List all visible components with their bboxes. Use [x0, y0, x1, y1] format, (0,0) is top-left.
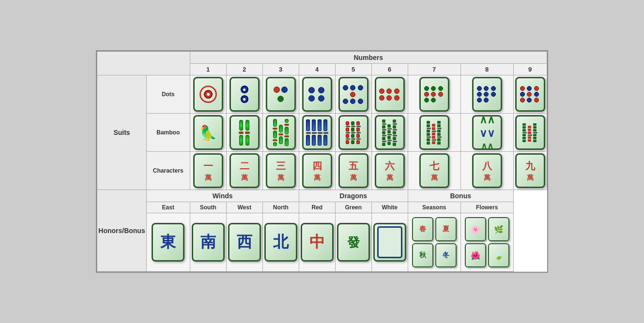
- tile-dragon-white: [371, 213, 408, 272]
- tile-dots-4: [299, 75, 335, 114]
- tile-dots-5: [335, 75, 371, 114]
- bonus-flowers-label: Flowers: [460, 202, 513, 213]
- tile-bamboo-3: [262, 114, 299, 152]
- dragon-green-label: Green: [335, 202, 371, 213]
- tile-bamboo-9: [513, 114, 547, 152]
- suits-label: Suits: [97, 75, 146, 190]
- tile-bamboo-5: [335, 114, 371, 152]
- wind-east-label: East: [146, 202, 190, 213]
- tile-dots-3: [262, 75, 299, 114]
- tile-flowers: 🌸 🌿 🌺 🍃: [460, 213, 513, 272]
- winds-header: Winds: [146, 190, 299, 202]
- num-col-2: 2: [226, 64, 262, 75]
- tile-bamboo-8: ∧∧ ∨∨ ∧∧: [460, 114, 513, 152]
- tile-char-3: 三 萬: [262, 152, 299, 190]
- tile-wind-west: 西: [226, 213, 262, 272]
- tile-bamboo-4: [299, 114, 335, 152]
- num-col-6: 6: [371, 64, 408, 75]
- wind-south-label: South: [190, 202, 226, 213]
- num-col-8: 8: [460, 64, 513, 75]
- tile-dragon-green: 發: [335, 213, 371, 272]
- tile-char-6: 六 萬: [371, 152, 408, 190]
- tile-char-1: 一 萬: [190, 152, 226, 190]
- num-col-3: 3: [262, 64, 299, 75]
- num-col-7: 7: [408, 64, 460, 75]
- empty-corner: [97, 52, 190, 75]
- tile-char-9: 九 萬: [513, 152, 547, 190]
- tile-char-8: 八 萬: [460, 152, 513, 190]
- num-col-1: 1: [190, 64, 226, 75]
- bonus-seasons-label: Seasons: [408, 202, 460, 213]
- tile-char-2: 二 萬: [226, 152, 262, 190]
- numbers-header: Numbers: [190, 52, 547, 64]
- tile-dragon-red: 中: [299, 213, 335, 272]
- tile-bamboo-7: [408, 114, 460, 152]
- tile-bamboo-2: [226, 114, 262, 152]
- tile-dots-6: [371, 75, 408, 114]
- num-col-5: 5: [335, 64, 371, 75]
- bamboo-label: Bamboo: [146, 114, 190, 152]
- tile-dots-9: [513, 75, 547, 114]
- tile-wind-north: 北: [262, 213, 299, 272]
- dragon-white-label: White: [371, 202, 408, 213]
- tile-dots-8: [460, 75, 513, 114]
- bonus-header: Bonus: [408, 190, 513, 202]
- tile-char-7: 七 萬: [408, 152, 460, 190]
- tile-wind-south: 南: [190, 213, 226, 272]
- wind-west-label: West: [226, 202, 262, 213]
- tile-bamboo-6: [371, 114, 408, 152]
- num-col-4: 4: [299, 64, 335, 75]
- wind-north-label: North: [262, 202, 299, 213]
- dragons-header: Dragons: [299, 190, 408, 202]
- tile-wind-east: 東: [146, 213, 190, 272]
- num-col-9: 9: [513, 64, 547, 75]
- tile-dots-7: [408, 75, 460, 114]
- honors-label: Honors/Bonus: [97, 190, 146, 272]
- tile-dots-1: [190, 75, 226, 114]
- tile-dots-2: [226, 75, 262, 114]
- tile-seasons: 春 夏 秋 冬: [408, 213, 460, 272]
- tile-char-4: 四 萬: [299, 152, 335, 190]
- dots-label: Dots: [146, 75, 190, 114]
- mahjong-reference-table: Numbers 1 2 3 4 5 6 7 8 9 Suits Dots: [96, 50, 548, 273]
- tile-bamboo-1: 🦜: [190, 114, 226, 152]
- dragon-red-label: Red: [299, 202, 335, 213]
- tile-char-5: 五 萬: [335, 152, 371, 190]
- characters-label: Characters: [146, 152, 190, 190]
